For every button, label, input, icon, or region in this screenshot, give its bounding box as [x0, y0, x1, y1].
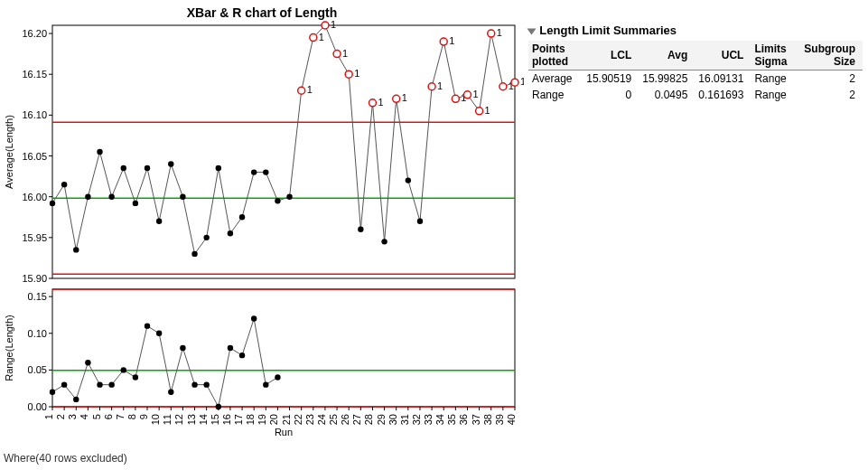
svg-point-23	[108, 193, 114, 199]
svg-text:16.10: 16.10	[22, 109, 47, 120]
svg-text:40: 40	[506, 414, 517, 425]
svg-text:10: 10	[150, 414, 161, 425]
svg-text:37: 37	[471, 414, 481, 425]
svg-text:12: 12	[173, 414, 184, 425]
svg-text:17: 17	[233, 414, 244, 425]
svg-text:21: 21	[281, 414, 292, 425]
svg-text:25: 25	[328, 414, 339, 425]
limit-summaries-table: Points plotted LCL Avg UCL Limits Sigma …	[528, 41, 863, 103]
svg-rect-74	[52, 289, 515, 407]
svg-rect-0	[52, 25, 515, 278]
svg-point-41	[310, 34, 317, 42]
svg-text:1: 1	[402, 92, 407, 103]
svg-text:5: 5	[91, 414, 102, 419]
svg-text:3: 3	[67, 414, 78, 419]
col-ucl: UCL	[695, 41, 751, 70]
svg-text:1: 1	[449, 35, 454, 46]
svg-point-102	[239, 352, 245, 358]
svg-point-47	[345, 70, 352, 78]
svg-text:28: 28	[363, 414, 374, 425]
svg-text:0.00: 0.00	[28, 401, 47, 412]
disclosure-triangle-icon[interactable]	[527, 28, 537, 34]
svg-point-24	[121, 165, 126, 171]
svg-point-45	[333, 51, 341, 58]
svg-point-105	[275, 374, 280, 380]
svg-text:Range(Length): Range(Length)	[4, 315, 14, 381]
svg-point-30	[191, 251, 197, 257]
svg-text:7: 7	[115, 414, 126, 419]
svg-point-29	[180, 193, 185, 199]
svg-text:15.90: 15.90	[22, 273, 47, 284]
col-lcl: LCL	[583, 41, 639, 70]
table-header-row: Points plotted LCL Avg UCL Limits Sigma …	[528, 41, 863, 70]
svg-point-32	[216, 165, 221, 171]
limit-summaries-header-row[interactable]: Length Limit Summaries	[528, 24, 863, 37]
svg-text:Average(Length): Average(Length)	[4, 115, 14, 189]
svg-text:23: 23	[304, 414, 315, 425]
limit-summaries-panel: Length Limit Summaries Points plotted LC…	[528, 24, 863, 103]
svg-point-93	[133, 374, 138, 380]
svg-text:1: 1	[342, 48, 348, 59]
svg-point-22	[97, 149, 102, 155]
svg-text:15.95: 15.95	[22, 232, 47, 243]
svg-point-19	[61, 182, 67, 187]
svg-point-36	[263, 169, 268, 174]
svg-text:8: 8	[126, 414, 137, 419]
svg-point-87	[61, 381, 67, 387]
svg-point-65	[476, 108, 483, 115]
svg-point-94	[145, 323, 150, 328]
svg-text:27: 27	[351, 414, 362, 425]
svg-text:16.20: 16.20	[22, 28, 47, 39]
svg-text:1: 1	[485, 105, 490, 116]
svg-text:31: 31	[399, 414, 410, 425]
svg-text:35: 35	[446, 414, 457, 425]
svg-point-37	[275, 198, 280, 203]
svg-point-104	[263, 381, 268, 387]
svg-point-33	[228, 230, 233, 236]
svg-point-49	[358, 227, 363, 232]
table-row: Range 0 0.0495 0.161693 Range 2	[528, 87, 863, 103]
svg-point-26	[145, 165, 150, 171]
table-row: Average 15.90519 15.99825 16.09131 Range…	[528, 70, 863, 88]
svg-point-71	[511, 79, 518, 86]
svg-point-39	[298, 87, 305, 94]
svg-text:15: 15	[210, 414, 220, 425]
svg-text:29: 29	[376, 414, 387, 425]
svg-point-91	[108, 381, 114, 387]
svg-text:34: 34	[434, 414, 445, 425]
svg-text:20: 20	[268, 414, 279, 425]
svg-text:2: 2	[55, 414, 66, 419]
svg-point-38	[286, 193, 292, 199]
svg-text:14: 14	[198, 414, 209, 425]
svg-text:1: 1	[331, 19, 336, 30]
svg-text:39: 39	[494, 414, 505, 425]
svg-point-21	[85, 193, 90, 199]
svg-point-18	[50, 201, 55, 206]
svg-text:11: 11	[162, 414, 173, 425]
svg-point-97	[180, 345, 185, 351]
svg-text:0.15: 0.15	[28, 291, 47, 302]
svg-text:16.05: 16.05	[22, 151, 47, 162]
svg-text:30: 30	[387, 414, 398, 425]
svg-point-53	[393, 95, 400, 102]
svg-point-103	[251, 315, 257, 321]
svg-text:16.15: 16.15	[22, 69, 47, 80]
svg-point-61	[452, 95, 459, 102]
svg-point-96	[168, 390, 173, 395]
svg-point-95	[156, 331, 162, 336]
svg-point-101	[228, 345, 233, 351]
svg-point-27	[156, 219, 162, 224]
svg-point-31	[203, 235, 209, 240]
root: XBar & R chart of Length 15.9015.9516.00…	[0, 0, 868, 470]
chart-svg: 15.9015.9516.0016.0516.1016.1516.2011111…	[0, 16, 524, 459]
svg-point-35	[251, 169, 257, 174]
svg-text:36: 36	[458, 414, 469, 425]
svg-text:1: 1	[43, 414, 54, 419]
svg-text:1: 1	[472, 89, 478, 99]
svg-text:26: 26	[340, 414, 350, 425]
svg-text:32: 32	[411, 414, 422, 425]
svg-text:1: 1	[378, 97, 383, 108]
svg-text:1: 1	[307, 84, 313, 95]
svg-text:1: 1	[497, 27, 502, 38]
svg-point-99	[203, 381, 209, 387]
